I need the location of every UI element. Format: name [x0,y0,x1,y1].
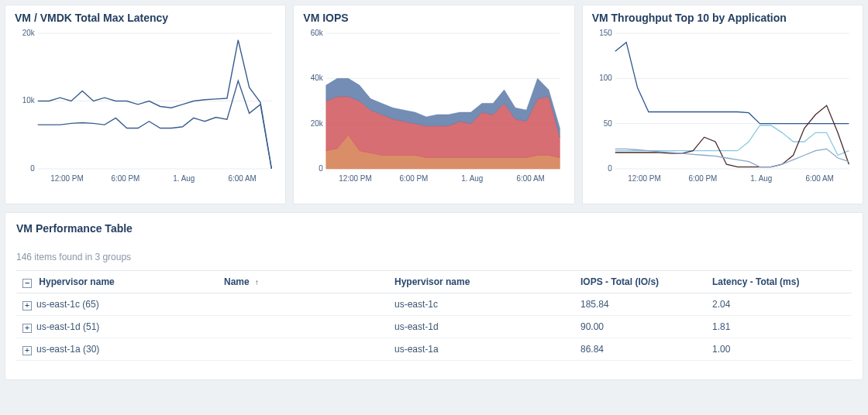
table-header-row: − Hypervisor name Name ↑ Hypervisor name… [16,271,852,293]
collapse-all-icon[interactable]: − [22,279,32,288]
chart-panel-latency[interactable]: VM / VMDK Total Max Latency 010k20k12:00… [5,5,286,204]
chart-area-iops: 020k40k60k12:00 PM6:00 PM1. Aug6:00 AM [303,27,564,186]
col-header-iops-label: IOPS - Total (IO/s) [580,276,659,287]
chart-title-latency: VM / VMDK Total Max Latency [15,12,276,24]
svg-text:0: 0 [608,164,612,173]
cell-hv: us-east-1c [388,293,574,316]
cell-iops: 185.84 [574,293,706,316]
chart-area-throughput: 05010015012:00 PM6:00 PM1. Aug6:00 AM [592,27,853,186]
svg-text:100: 100 [599,74,612,82]
cell-latency: 2.04 [706,293,852,316]
col-header-name-label: Name [224,276,250,287]
col-header-name[interactable]: Name ↑ [218,271,388,293]
expand-icon[interactable]: + [22,301,32,310]
svg-text:20k: 20k [311,119,323,128]
svg-text:10k: 10k [22,96,35,105]
col-header-latency[interactable]: Latency - Total (ms) [706,271,852,293]
chart-panel-throughput[interactable]: VM Throughput Top 10 by Application 0501… [582,5,863,204]
cell-hv: us-east-1d [388,316,574,338]
expand-icon[interactable]: + [22,324,32,333]
cell-hv: us-east-1a [388,338,574,361]
svg-text:6:00 AM: 6:00 AM [805,174,833,183]
cell-iops: 90.00 [574,316,706,338]
svg-text:60k: 60k [311,29,323,37]
chart-title-iops: VM IOPS [303,12,564,24]
chart-title-throughput: VM Throughput Top 10 by Application [592,12,853,24]
svg-text:12:00 PM: 12:00 PM [339,174,372,183]
svg-text:6:00 PM: 6:00 PM [400,174,429,183]
col-header-hv[interactable]: Hypervisor name [388,271,574,293]
table-status: 146 items found in 3 groups [16,252,852,262]
chart-area-latency: 010k20k12:00 PM6:00 PM1. Aug6:00 AM [15,27,276,186]
table-panel: VM Performance Table 146 items found in … [5,212,863,380]
svg-text:0: 0 [30,164,35,173]
group-name: us-east-1d (51) [36,321,99,332]
col-header-tree[interactable]: − Hypervisor name [16,271,218,293]
svg-text:150: 150 [599,29,612,37]
col-header-tree-label: Hypervisor name [39,276,114,287]
group-name: us-east-1a (30) [36,344,99,355]
svg-text:40k: 40k [311,74,323,82]
chart-row: VM / VMDK Total Max Latency 010k20k12:00… [5,5,863,204]
svg-text:6:00 AM: 6:00 AM [228,174,256,183]
table-row[interactable]: +us-east-1d (51)us-east-1d90.001.81 [16,316,852,338]
svg-text:6:00 PM: 6:00 PM [688,174,717,183]
svg-text:12:00 PM: 12:00 PM [628,174,660,183]
cell-iops: 86.84 [574,338,706,361]
svg-text:20k: 20k [22,29,35,37]
svg-text:0: 0 [319,164,324,173]
performance-table: − Hypervisor name Name ↑ Hypervisor name… [16,270,852,361]
col-header-latency-label: Latency - Total (ms) [712,276,799,287]
svg-text:6:00 AM: 6:00 AM [517,174,545,183]
col-header-iops[interactable]: IOPS - Total (IO/s) [574,271,706,293]
cell-latency: 1.00 [706,338,852,361]
svg-text:1. Aug: 1. Aug [173,174,195,183]
dashboard-root: VM / VMDK Total Max Latency 010k20k12:00… [0,0,868,385]
cell-latency: 1.81 [706,316,852,338]
svg-text:1. Aug: 1. Aug [462,174,484,183]
table-title: VM Performance Table [16,222,852,235]
table-row[interactable]: +us-east-1a (30)us-east-1a86.841.00 [16,338,852,361]
col-header-hv-label: Hypervisor name [394,276,470,287]
expand-icon[interactable]: + [22,346,32,355]
sort-asc-icon: ↑ [255,278,259,286]
svg-text:50: 50 [603,119,611,128]
chart-panel-iops[interactable]: VM IOPS 020k40k60k12:00 PM6:00 PM1. Aug6… [293,5,574,204]
svg-text:12:00 PM: 12:00 PM [50,174,83,183]
table-row[interactable]: +us-east-1c (65)us-east-1c185.842.04 [16,293,852,316]
svg-text:1. Aug: 1. Aug [750,174,772,183]
group-name: us-east-1c (65) [36,299,99,310]
svg-text:6:00 PM: 6:00 PM [111,174,140,183]
